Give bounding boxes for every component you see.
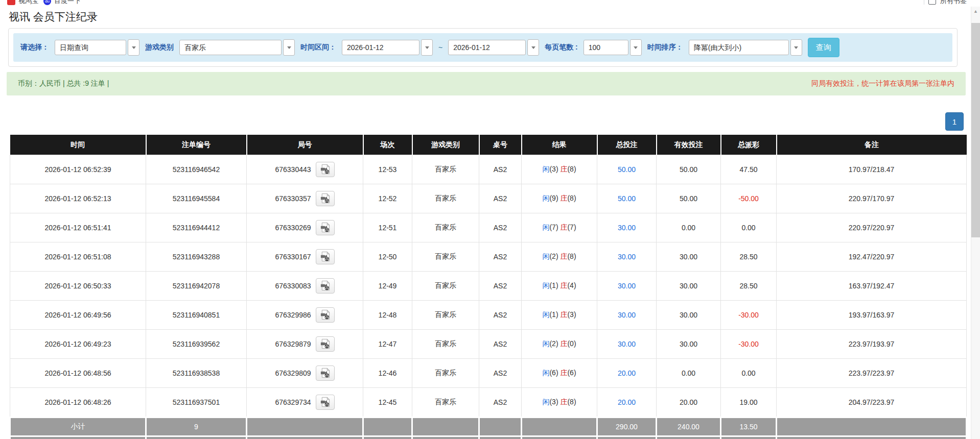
page-size-dropdown-trigger[interactable] — [630, 39, 642, 56]
page-size-label: 每页笔数 : — [545, 43, 578, 52]
video-replay-icon — [319, 368, 331, 378]
date-from-value[interactable]: 2026-01-12 — [342, 40, 419, 55]
date-to-dropdown-trigger[interactable] — [527, 39, 539, 56]
sum-empty-game — [412, 436, 479, 439]
banker-result-label: 庄 — [560, 252, 567, 260]
date-to-value[interactable]: 2026-01-12 — [448, 40, 526, 55]
video-replay-button[interactable] — [316, 249, 335, 264]
cell-valid-bet: 20.00 — [657, 388, 721, 418]
banker-result-points: (4) — [567, 281, 576, 289]
video-replay-icon — [319, 309, 331, 320]
time-sort-dropdown-trigger[interactable] — [790, 39, 802, 56]
page-size-value[interactable]: 100 — [584, 40, 628, 55]
total-bet-link[interactable]: 30.00 — [618, 282, 636, 290]
player-result-label: 闲 — [542, 310, 549, 319]
date-from-picker[interactable]: 2026-01-12 — [342, 39, 433, 56]
player-result-label: 闲 — [542, 398, 549, 406]
video-replay-button[interactable] — [316, 191, 335, 206]
total-bet-link[interactable]: 50.00 — [618, 165, 636, 174]
cell-round-id: 676329809 — [247, 359, 363, 388]
sum-valid-bet: 240.00 — [657, 418, 721, 436]
all-bookmarks-label: 所有书签 — [940, 0, 967, 6]
round-number: 676329879 — [275, 340, 311, 348]
cell-table-no: AS2 — [479, 184, 522, 213]
game-category-value[interactable]: 百家乐 — [179, 40, 282, 55]
video-replay-button[interactable] — [316, 336, 335, 352]
video-replay-button[interactable] — [316, 395, 335, 410]
all-bookmarks-button[interactable]: 所有书签 — [924, 0, 967, 7]
header-round-id: 局号 — [247, 135, 363, 155]
time-sort-select[interactable]: 降冪(由大到小) — [689, 39, 802, 56]
query-type-dropdown-trigger[interactable] — [128, 39, 139, 56]
video-replay-button[interactable] — [316, 220, 335, 235]
cell-note: 204.97/223.97 — [777, 388, 967, 418]
window-scrollbar[interactable]: ▲ — [971, 7, 980, 439]
header-payout: 总派彩 — [721, 135, 777, 155]
summary-bar: 币别：人民币 | 总共 :9 注单 | 同局有效投注，统一计算在该局第一张注单内 — [7, 72, 966, 95]
cell-round-id: 676330167 — [247, 242, 363, 272]
date-to-picker[interactable]: 2026-01-12 — [448, 39, 539, 56]
bookmark-item[interactable]: du 百度一下 — [43, 0, 81, 6]
cell-bet-id: 523116938538 — [146, 359, 247, 388]
game-category-dropdown-trigger[interactable] — [283, 39, 295, 56]
video-replay-button[interactable] — [316, 307, 335, 323]
cell-payout: 28.50 — [721, 242, 777, 272]
cell-bet-id: 523116946542 — [146, 155, 247, 184]
cell-time: 2026-01-12 06:51:41 — [10, 213, 146, 242]
total-bet-link[interactable]: 50.00 — [618, 194, 636, 203]
player-result-points: (2) — [549, 339, 560, 348]
video-replay-button[interactable] — [316, 365, 335, 381]
query-type-value[interactable]: 日期查询 — [55, 40, 126, 55]
cell-note: 193.97/163.97 — [777, 301, 967, 330]
total-bet-link[interactable]: 30.00 — [618, 253, 636, 261]
cell-game-type: 百家乐 — [412, 213, 479, 242]
player-result-points: (7) — [549, 223, 560, 231]
total-bet-link[interactable]: 20.00 — [618, 398, 636, 406]
cell-table-no: AS2 — [479, 213, 522, 242]
caret-down-icon — [425, 46, 429, 49]
date-from-dropdown-trigger[interactable] — [421, 39, 433, 56]
cell-time: 2026-01-12 06:50:33 — [10, 272, 146, 301]
total-bet-link[interactable]: 20.00 — [618, 369, 636, 377]
scrollbar-up-arrow-icon[interactable]: ▲ — [971, 7, 980, 16]
bookmark-item[interactable]: 视鸿宝 — [7, 0, 38, 6]
query-type-select[interactable]: 日期查询 — [55, 39, 139, 56]
cell-total-bet: 20.00 — [597, 359, 657, 388]
cell-note: 170.97/218.47 — [777, 155, 967, 184]
time-sort-value[interactable]: 降冪(由大到小) — [689, 40, 789, 55]
page-1-button[interactable]: 1 — [945, 112, 964, 131]
player-result-points: (3) — [549, 165, 560, 173]
header-result: 结果 — [522, 135, 597, 155]
table-row: 2026-01-12 06:48:56523116938538676329809… — [10, 359, 967, 388]
banker-result-label: 庄 — [560, 398, 567, 406]
page-size-select[interactable]: 100 — [584, 39, 642, 56]
range-separator: ~ — [438, 43, 442, 52]
total-bet-link[interactable]: 30.00 — [618, 340, 636, 348]
scrollbar-thumb[interactable] — [971, 23, 980, 237]
round-number: 676330357 — [275, 194, 311, 203]
table-row: 2026-01-12 06:52:39523116946542676330443… — [10, 155, 967, 184]
video-replay-button[interactable] — [316, 162, 335, 177]
caret-down-icon — [634, 46, 638, 49]
video-replay-button[interactable] — [316, 278, 335, 294]
cell-session: 12-45 — [363, 388, 412, 418]
cell-valid-bet: 30.00 — [657, 272, 721, 301]
bookmarks-divider — [924, 0, 924, 5]
warning-text: 同局有效投注，统一计算在该局第一张注单内 — [811, 79, 954, 88]
search-button[interactable]: 查询 — [808, 38, 839, 57]
cell-valid-bet: 50.00 — [657, 155, 721, 184]
cell-result: 闲(2) 庄(8) — [522, 242, 597, 272]
total-bet-link[interactable]: 30.00 — [618, 311, 636, 319]
filter-panel: 请选择： 日期查询 游戏类别 百家乐 时间区间： 2026-01-12 ~ 20… — [8, 28, 958, 67]
total-bet-link[interactable]: 30.00 — [618, 224, 636, 232]
cell-round-id: 676329734 — [247, 388, 363, 418]
cell-note: 223.97/223.97 — [777, 359, 967, 388]
player-result-label: 闲 — [542, 165, 549, 173]
cell-bet-id: 523116943288 — [146, 242, 247, 272]
cell-game-type: 百家乐 — [412, 242, 479, 272]
pagination: 1 — [0, 112, 964, 131]
game-category-select[interactable]: 百家乐 — [179, 39, 295, 56]
caret-down-icon — [794, 46, 798, 49]
round-number: 676329809 — [275, 369, 311, 377]
banker-result-points: (8) — [567, 165, 576, 173]
